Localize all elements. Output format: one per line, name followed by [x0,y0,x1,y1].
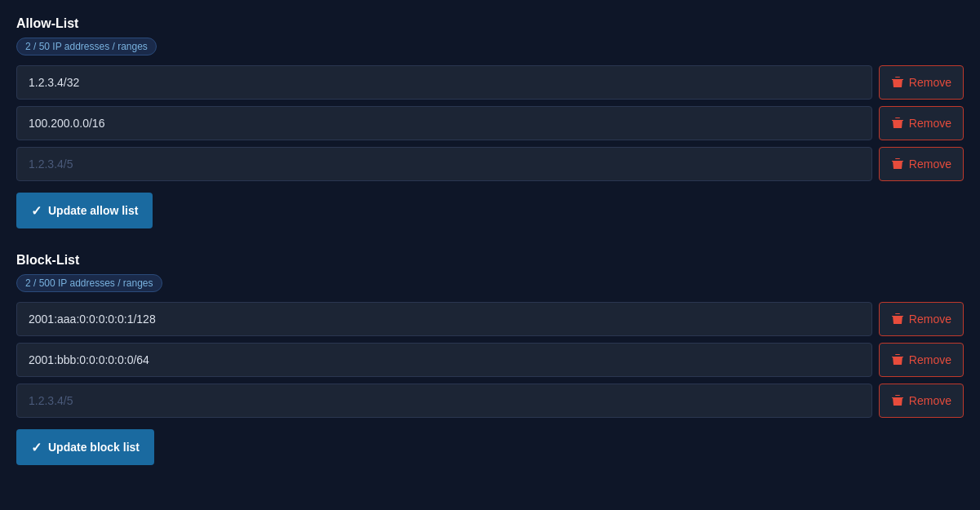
block-list-input-2[interactable] [16,343,872,377]
allow-list-row-2: Remove [16,106,964,140]
block-list-remove-label-2: Remove [909,353,951,366]
allow-list-title: Allow-List [16,16,964,31]
block-list-row-2: Remove [16,343,964,377]
block-list-input-3[interactable] [16,384,872,418]
check-icon-block: ✓ [31,440,42,455]
allow-list-remove-label-2: Remove [909,117,951,130]
block-list-remove-label-3: Remove [909,394,951,407]
allow-list-input-1[interactable] [16,65,872,100]
block-list-remove-label-1: Remove [909,313,951,326]
trash-icon-3 [891,157,904,171]
block-list-remove-1[interactable]: Remove [879,302,964,336]
allow-list-input-2[interactable] [16,106,872,140]
block-list-remove-2[interactable]: Remove [879,343,964,377]
allow-list-row-1: Remove [16,65,964,100]
block-list-row-3: Remove [16,384,964,418]
update-allow-list-button[interactable]: ✓ Update allow list [16,193,153,228]
allow-list-badge: 2 / 50 IP addresses / ranges [16,38,157,55]
allow-list-input-3[interactable] [16,147,872,181]
update-block-list-button[interactable]: ✓ Update block list [16,429,154,465]
allow-list-row-3: Remove [16,147,964,181]
update-block-list-label: Update block list [48,441,140,454]
block-list-remove-3[interactable]: Remove [879,384,964,418]
allow-list-remove-2[interactable]: Remove [879,106,964,140]
block-list-badge: 2 / 500 IP addresses / ranges [16,274,162,292]
allow-list-section: Allow-List 2 / 50 IP addresses / ranges … [16,16,964,228]
allow-list-remove-label-3: Remove [909,157,951,171]
allow-list-remove-3[interactable]: Remove [879,147,964,181]
allow-list-remove-label-1: Remove [909,76,951,89]
trash-icon [891,75,904,90]
block-list-title: Block-List [16,253,964,268]
trash-icon-6 [891,393,904,408]
trash-icon-4 [891,312,904,326]
check-icon-allow: ✓ [31,203,42,219]
trash-icon-5 [891,353,904,367]
update-allow-list-label: Update allow list [48,204,138,217]
allow-list-remove-1[interactable]: Remove [879,65,964,100]
block-list-row-1: Remove [16,302,964,336]
trash-icon-2 [891,116,904,131]
block-list-input-1[interactable] [16,302,872,336]
block-list-section: Block-List 2 / 500 IP addresses / ranges… [16,253,964,465]
